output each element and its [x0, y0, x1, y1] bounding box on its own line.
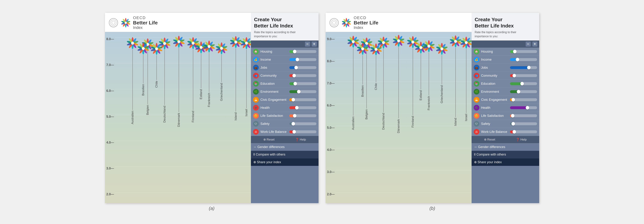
help-button[interactable]: ❓ Help	[516, 138, 527, 141]
topic-row[interactable]: ⚖Work-Life Balance	[472, 128, 539, 136]
topic-row[interactable]: ⚖Work-Life Balance	[251, 128, 318, 136]
topic-slider[interactable]	[289, 50, 316, 53]
topic-slider[interactable]	[510, 106, 537, 109]
flower-head[interactable]	[172, 36, 185, 48]
topic-slider[interactable]	[510, 82, 537, 85]
topic-row[interactable]: 💼Jobs	[472, 64, 539, 72]
svg-point-293	[465, 41, 468, 44]
flower-stem	[179, 48, 179, 112]
flower-container: Israel	[460, 36, 472, 121]
flower-head[interactable]	[392, 35, 405, 47]
sidebar-subtitle: Rate the topics according to theirimport…	[475, 30, 536, 38]
oecd-label: OECD	[354, 16, 378, 20]
flower-head[interactable]	[423, 40, 435, 52]
topic-row[interactable]: 🏠Housing	[251, 48, 318, 56]
topic-slider[interactable]	[289, 114, 316, 117]
y-axis-label: 2.0—	[327, 192, 335, 196]
topic-slider[interactable]	[289, 106, 316, 109]
topic-slider[interactable]	[510, 90, 537, 93]
topic-label: Health	[260, 106, 288, 110]
topic-slider[interactable]	[510, 58, 537, 61]
y-axis-label: 7.0—	[327, 81, 335, 85]
plus-button[interactable]: +	[312, 42, 317, 47]
flower-head[interactable]	[436, 43, 448, 55]
topic-slider[interactable]	[289, 90, 316, 93]
share-index-row[interactable]: ⊕ Share your index	[251, 158, 318, 166]
flower-stem	[429, 52, 429, 95]
flower-head[interactable]	[370, 43, 382, 56]
svg-point-146	[245, 42, 248, 45]
topic-slider[interactable]	[289, 82, 316, 85]
topic-label: Education	[481, 82, 508, 86]
topic-row[interactable]: 💰Income	[472, 56, 539, 64]
y-axis-label: 4.0—	[106, 141, 114, 145]
compare-with-others-row[interactable]: Il Compare with others	[251, 151, 318, 158]
topic-slider[interactable]	[510, 98, 537, 101]
topic-slider[interactable]	[289, 58, 316, 61]
topic-row[interactable]: ➕Health	[472, 104, 539, 112]
flower-container: Chile	[150, 43, 163, 88]
topic-slider[interactable]	[289, 98, 316, 101]
help-button[interactable]: ❓ Help	[295, 138, 306, 141]
gender-differences-row[interactable]: ↔ Gender differences	[472, 143, 539, 151]
panel-wrapper-panel-a: OECDBetter LifeIndex8.0—7.0—6.0—5.0—4.0—…	[105, 13, 318, 211]
topic-slider[interactable]	[510, 114, 537, 117]
topic-label: Jobs	[260, 66, 288, 70]
svg-point-249	[419, 46, 422, 49]
topic-slider[interactable]	[289, 130, 316, 133]
reset-button[interactable]: ⊗ Reset	[263, 138, 274, 141]
compare-with-others-row[interactable]: Il Compare with others	[472, 151, 539, 158]
flower-stem	[221, 55, 222, 82]
topic-slider[interactable]	[289, 122, 316, 125]
topic-row[interactable]: 🛡Safety	[472, 120, 539, 128]
topic-row[interactable]: 📚Education	[251, 80, 318, 88]
topic-icon-safety: 🛡	[253, 121, 259, 127]
svg-point-25	[131, 42, 134, 45]
topic-row[interactable]: 💰Income	[251, 56, 318, 64]
flower-head[interactable]	[203, 40, 215, 53]
svg-point-260	[427, 45, 430, 48]
topic-slider[interactable]	[289, 66, 316, 69]
figure-label: (a)	[209, 206, 214, 211]
topic-icon-civic-engagement: 🗳	[253, 97, 259, 102]
topic-row[interactable]: 💼Jobs	[251, 64, 318, 72]
topic-row[interactable]: ➕Health	[251, 104, 318, 112]
topic-row[interactable]: 📚Education	[472, 80, 539, 88]
topic-row[interactable]: 😊Life Satisfaction	[251, 112, 318, 120]
topic-slider[interactable]	[510, 50, 537, 53]
topic-slider[interactable]	[510, 74, 537, 77]
reset-button[interactable]: ⊗ Reset	[484, 138, 495, 141]
gender-differences-row[interactable]: ↔ Gender differences	[251, 143, 318, 151]
flower-stem	[413, 48, 413, 115]
flower-head[interactable]	[137, 42, 150, 55]
topic-slider[interactable]	[510, 66, 537, 69]
topic-row[interactable]: 🌿Environment	[472, 88, 539, 96]
topic-slider[interactable]	[510, 122, 537, 125]
topic-row[interactable]: 🗳Civic Engagement	[472, 96, 539, 104]
topic-row[interactable]: 🌿Environment	[251, 88, 318, 96]
flower-head[interactable]	[215, 42, 228, 55]
topic-row[interactable]: 🏠Housing	[472, 48, 539, 56]
topic-row[interactable]: 🛡Safety	[251, 120, 318, 128]
y-axis-label: 9.0—	[327, 37, 335, 41]
flower-head[interactable]	[150, 43, 163, 55]
topic-row[interactable]: 👥Community	[472, 72, 539, 80]
minus-button[interactable]: −	[526, 42, 531, 47]
flower-head[interactable]	[460, 36, 472, 49]
share-index-row[interactable]: ⊕ Share your index	[472, 158, 539, 166]
flower-stem	[236, 48, 236, 112]
topic-slider[interactable]	[289, 74, 316, 77]
flower-head[interactable]	[356, 43, 369, 55]
country-label: Frankreich	[207, 93, 211, 107]
topic-icon-environment: 🌿	[253, 89, 259, 94]
topic-row[interactable]: 🗳Civic Engagement	[251, 96, 318, 104]
flower-head[interactable]	[240, 37, 251, 49]
topic-label: Environment	[481, 90, 508, 94]
minus-button[interactable]: −	[305, 42, 310, 47]
svg-point-102	[200, 46, 202, 49]
topic-slider[interactable]	[510, 130, 537, 133]
topic-row[interactable]: 👥Community	[251, 72, 318, 80]
topic-row[interactable]: 😊Life Satisfaction	[472, 112, 539, 120]
plus-button[interactable]: +	[532, 42, 538, 47]
topic-label: Safety	[260, 122, 288, 126]
